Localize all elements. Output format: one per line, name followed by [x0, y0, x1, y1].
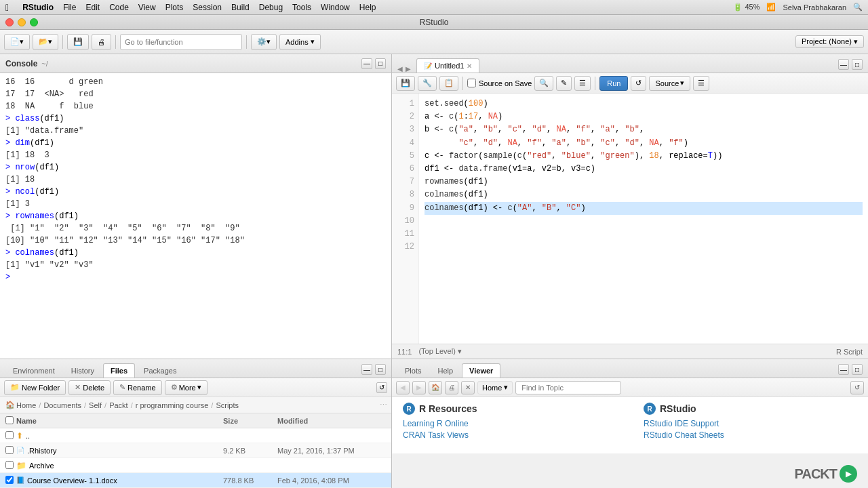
options-button[interactable]: ⚙️▾	[251, 34, 277, 50]
close-button[interactable]	[5, 18, 14, 26]
main-toolbar: 📄▾ 📂▾ 💾 🖨 ⚙️▾ Addins ▾ Project: (None) ▾	[0, 30, 868, 54]
viewer-refresh[interactable]: ↺	[850, 381, 864, 394]
right-panel: ◀ ▶ 📝 Untitled1 ✕ — □ 💾 🔧 📋	[392, 54, 868, 488]
delete-button[interactable]: ✕ Delete	[68, 380, 111, 395]
menu-view[interactable]: View	[138, 3, 156, 12]
editor-nav-fwd[interactable]: ▶	[406, 65, 411, 73]
tab-untitled1[interactable]: 📝 Untitled1 ✕	[416, 58, 479, 73]
maximize-button[interactable]	[30, 18, 38, 26]
editor-knit-btn[interactable]: 🔧	[418, 76, 437, 91]
code-area[interactable]: set.seed(100) a <- c(1:17, NA) b <- c("a…	[419, 94, 868, 344]
link-cran[interactable]: CRAN Task Views	[403, 430, 616, 440]
editor-rerun-btn[interactable]: ↺	[631, 76, 646, 91]
console-maximize[interactable]: □	[375, 58, 386, 69]
editor-save-btn[interactable]: 💾	[396, 76, 415, 91]
menu-plots[interactable]: Plots	[165, 3, 184, 12]
r-resources-title: R R Resources	[403, 403, 616, 415]
file-name-course[interactable]: Course Overview- 1.1.docx	[27, 476, 117, 485]
file-name-parent[interactable]: ..	[26, 432, 30, 440]
editor-more-btn[interactable]: ☰	[574, 76, 591, 91]
file-row-course-overview: 📘 Course Overview- 1.1.docx 778.8 KB Feb…	[0, 473, 391, 488]
file-name-rhistory[interactable]: .Rhistory	[27, 447, 56, 455]
rename-button[interactable]: ✎ Rename	[113, 380, 162, 395]
breadcrumb-scripts[interactable]: Scripts	[214, 401, 240, 409]
files-refresh[interactable]: ↺	[376, 382, 387, 393]
minimize-button[interactable]	[18, 18, 26, 26]
header-checkbox[interactable]	[5, 416, 16, 426]
breadcrumb-self[interactable]: Self	[87, 401, 103, 409]
viewer-pane-maximize[interactable]: □	[852, 364, 863, 375]
breadcrumb-documents[interactable]: Documents	[42, 401, 83, 409]
editor-content[interactable]: 123456789101112 set.seed(100) a <- c(1:1…	[392, 94, 868, 344]
user-name: Selva Prabhakaran	[783, 3, 846, 12]
source-on-save-check[interactable]	[467, 79, 476, 87]
viewer-content-area: R R Resources Learning R Online CRAN Tas…	[392, 397, 868, 488]
tab-help[interactable]: Help	[430, 363, 460, 378]
editor-format-btn[interactable]: ✎	[556, 76, 572, 91]
breadcrumb-r-course[interactable]: r programming course	[134, 401, 210, 409]
go-to-file-input[interactable]	[120, 34, 242, 50]
viewer-refresh-icon[interactable]: ↺	[850, 381, 864, 394]
editor-pane-maximize[interactable]: □	[852, 59, 863, 70]
files-pane-minimize[interactable]: —	[361, 364, 372, 375]
open-file-button[interactable]: 📂▾	[33, 34, 58, 50]
viewer-pane-minimize[interactable]: —	[838, 364, 849, 375]
viewer-home-btn[interactable]: 🏠	[429, 381, 442, 394]
link-rstudio-cheatsheets[interactable]: RStudio Cheat Sheets	[644, 430, 857, 440]
link-learning-r[interactable]: Learning R Online	[403, 419, 616, 428]
save-button[interactable]: 💾	[67, 34, 89, 50]
menu-tools[interactable]: Tools	[292, 3, 311, 12]
source-button[interactable]: Source ▾	[649, 76, 690, 91]
editor-tab-close[interactable]: ✕	[467, 62, 472, 70]
apple-menu[interactable]: 	[5, 2, 9, 13]
console-content[interactable]: 16 16 d green 17 17 <NA> red 18 NA f blu…	[0, 73, 391, 359]
tab-history[interactable]: History	[64, 363, 102, 378]
file-row-rhistory: 📄 .Rhistory 9.2 KB May 21, 2016, 1:37 PM	[0, 443, 391, 458]
code-line-10: colnames(df1)	[425, 188, 863, 201]
more-button[interactable]: ⚙ More ▾	[165, 380, 208, 395]
new-file-button[interactable]: 📄▾	[4, 34, 30, 50]
editor-nav-back[interactable]: ◀	[397, 65, 403, 73]
files-pane-maximize[interactable]: □	[375, 364, 386, 375]
menu-code[interactable]: Code	[109, 3, 129, 12]
home-dropdown[interactable]: Home ▾	[477, 381, 513, 394]
code-level[interactable]: (Top Level) ▾	[418, 347, 461, 356]
viewer-print-btn[interactable]: 🖨	[445, 381, 458, 394]
app-name[interactable]: RStudio	[22, 3, 54, 12]
viewer-clear-btn[interactable]: ✕	[461, 381, 475, 394]
print-button[interactable]: 🖨	[92, 34, 111, 50]
tab-files[interactable]: Files	[103, 363, 135, 378]
breadcrumb-packt[interactable]: Packt	[108, 401, 130, 409]
cursor-position: 11:1	[397, 348, 412, 356]
editor-compile-btn[interactable]: 📋	[439, 76, 458, 91]
editor-menu-btn[interactable]: ☰	[693, 76, 709, 91]
file-name-archive[interactable]: Archive	[29, 462, 54, 470]
packt-text: PACKT	[795, 466, 837, 482]
tab-viewer[interactable]: Viewer	[462, 363, 500, 378]
tab-packages[interactable]: Packages	[136, 363, 184, 378]
script-type: R Script	[836, 348, 863, 356]
menu-session[interactable]: Session	[193, 3, 222, 12]
tab-environment[interactable]: Environment	[5, 363, 62, 378]
console-line: [1] "v1" "v2" "v3"	[5, 259, 386, 271]
addins-button[interactable]: Addins ▾	[279, 34, 321, 50]
menu-edit[interactable]: Edit	[85, 3, 100, 12]
find-topic-input[interactable]	[515, 381, 621, 394]
project-badge[interactable]: Project: (None) ▾	[795, 35, 864, 48]
menu-debug[interactable]: Debug	[259, 3, 283, 12]
menu-help[interactable]: Help	[359, 3, 376, 12]
viewer-back-btn[interactable]: ◀	[396, 381, 410, 394]
menu-file[interactable]: File	[63, 3, 76, 12]
tab-plots[interactable]: Plots	[397, 363, 429, 378]
editor-search-btn[interactable]: 🔍	[534, 76, 553, 91]
breadcrumb-home[interactable]: 🏠 Home	[4, 401, 37, 409]
viewer-fwd-btn[interactable]: ▶	[412, 381, 426, 394]
new-folder-button[interactable]: 📁 New Folder	[4, 380, 66, 395]
editor-pane-minimize[interactable]: —	[838, 59, 849, 70]
console-minimize[interactable]: —	[361, 58, 372, 69]
run-button[interactable]: Run	[599, 76, 628, 91]
link-rstudio-support[interactable]: RStudio IDE Support	[644, 419, 857, 428]
search-icon[interactable]: 🔍	[853, 3, 863, 12]
menu-window[interactable]: Window	[321, 3, 350, 12]
menu-build[interactable]: Build	[231, 3, 250, 12]
